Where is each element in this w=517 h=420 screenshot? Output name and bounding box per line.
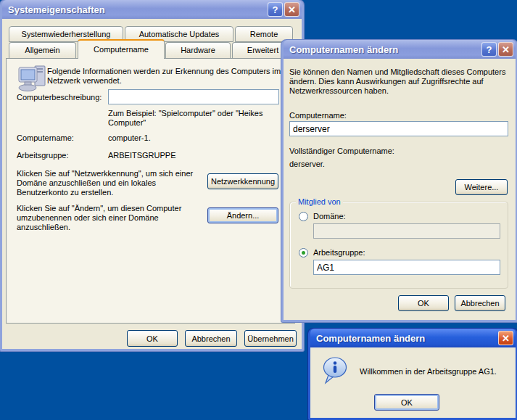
- system-properties-body: Systemwiederherstellung Automatische Upd…: [2, 19, 302, 349]
- full-computer-name-label: Vollständiger Computername:: [289, 147, 394, 155]
- member-of-label: Mitglied von: [296, 197, 343, 206]
- computer-name-label: Computername:: [289, 111, 347, 120]
- dialog-intro-text: Sie können den Namen und Mitgliedschaft …: [289, 67, 510, 96]
- welcome-body: Willkommen in der Arbeitsgruppe AG1. OK: [310, 347, 516, 418]
- panel-intro-text: Folgende Informationen werden zur Erkenn…: [47, 67, 288, 86]
- ok-button[interactable]: OK: [398, 295, 449, 311]
- domain-radio[interactable]: [299, 212, 308, 221]
- info-icon: [321, 356, 349, 385]
- domain-radio-label: Domäne:: [313, 212, 346, 221]
- close-icon: ✕: [502, 333, 510, 344]
- network-id-text: Klicken Sie auf "Netzwerkkennung", um si…: [17, 169, 201, 197]
- change-name-titlebar[interactable]: Computernamen ändern ? ✕: [284, 40, 516, 59]
- welcome-message-box: Computernamen ändern ✕ Willkommen in der…: [308, 329, 517, 420]
- change-computer-name-dialog: Computernamen ändern ? ✕ Sie können den …: [281, 40, 517, 322]
- system-properties-titlebar[interactable]: Systemeigenschaften ? ✕: [2, 0, 302, 19]
- workgroup-radio-label: Arbeitsgruppe:: [313, 248, 365, 257]
- apply-button[interactable]: Übernehmen: [244, 330, 297, 347]
- cancel-button[interactable]: Abbrechen: [455, 295, 505, 311]
- tab-hardware[interactable]: Hardware: [165, 42, 231, 58]
- welcome-message: Willkommen in der Arbeitsgruppe AG1.: [360, 367, 513, 376]
- help-icon: ?: [273, 4, 278, 15]
- tab-allgemein[interactable]: Allgemein: [9, 42, 76, 58]
- workgroup-label: Arbeitsgruppe:: [17, 151, 69, 160]
- computer-name-value: computer-1.: [108, 133, 151, 142]
- help-button[interactable]: ?: [268, 2, 283, 17]
- change-name-body: Sie können den Namen und Mitgliedschaft …: [284, 59, 516, 320]
- description-label: Computerbeschreibung:: [17, 93, 102, 102]
- member-of-groupbox: Mitglied von Domäne: Arbeitsgruppe:: [289, 202, 508, 289]
- computer-name-input[interactable]: [289, 121, 508, 136]
- help-button[interactable]: ?: [481, 42, 497, 57]
- network-id-button[interactable]: Netzwerkkennung: [207, 173, 278, 189]
- welcome-titlebar[interactable]: Computernamen ändern ✕: [310, 329, 516, 347]
- close-button[interactable]: ✕: [498, 42, 513, 57]
- computername-tab-panel: Folgende Informationen werden zur Erkenn…: [6, 58, 295, 324]
- computer-icon: [17, 65, 48, 92]
- more-button[interactable]: Weitere...: [455, 179, 508, 195]
- window-title: Computernamen ändern: [316, 333, 497, 344]
- change-button[interactable]: Ändern...: [207, 207, 278, 223]
- workgroup-value: ARBEITSGRUPPE: [108, 151, 176, 160]
- close-icon: ✕: [288, 4, 296, 15]
- domain-input: [313, 223, 500, 239]
- system-properties-window: Systemeigenschaften ? ✕ Systemwiederhers…: [0, 0, 304, 351]
- workgroup-radio[interactable]: [299, 248, 308, 258]
- description-hint: Zum Beispiel: "Spielcomputer" oder "Heik…: [108, 109, 279, 128]
- description-input[interactable]: [108, 89, 279, 104]
- desktop: Systemeigenschaften ? ✕ Systemwiederhers…: [0, 0, 517, 420]
- ok-button[interactable]: OK: [127, 330, 178, 347]
- workgroup-input[interactable]: [313, 260, 500, 275]
- window-title: Computernamen ändern: [289, 44, 480, 55]
- close-button[interactable]: ✕: [284, 2, 299, 17]
- close-icon: ✕: [502, 44, 510, 55]
- change-text: Klicken Sie auf "Ändern", um diesen Comp…: [17, 204, 201, 232]
- full-computer-name-value: derserver.: [289, 160, 325, 168]
- close-button[interactable]: ✕: [498, 331, 513, 345]
- computer-name-label: Computername:: [17, 133, 74, 142]
- window-title: Systemeigenschaften: [8, 4, 266, 15]
- tab-computername[interactable]: Computername: [78, 39, 165, 59]
- help-icon: ?: [487, 44, 492, 55]
- cancel-button[interactable]: Abbrechen: [185, 330, 237, 347]
- ok-button[interactable]: OK: [374, 394, 439, 411]
